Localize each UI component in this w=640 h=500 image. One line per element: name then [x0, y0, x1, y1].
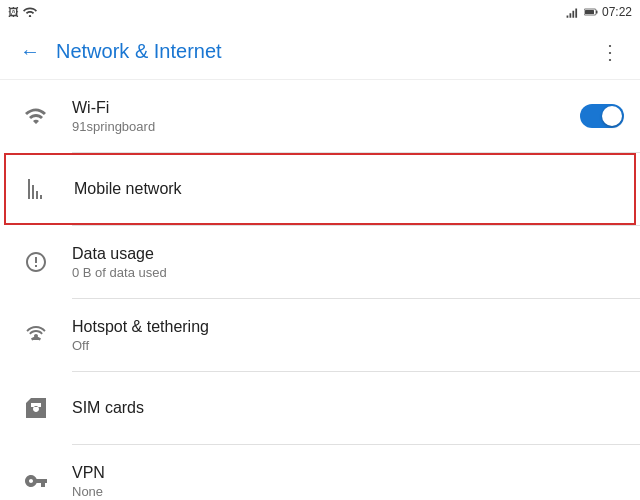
mobile-network-title: Mobile network	[74, 180, 622, 198]
vpn-icon	[16, 461, 56, 500]
hotspot-subtitle: Off	[72, 338, 624, 353]
settings-item-data-usage[interactable]: Data usage 0 B of data used	[0, 226, 640, 298]
settings-list: Wi-Fi 91springboard Mobile network	[0, 80, 640, 500]
svg-rect-2	[596, 11, 598, 14]
wifi-toggle[interactable]	[580, 104, 624, 128]
data-usage-title: Data usage	[72, 245, 624, 263]
vpn-text: VPN None	[72, 464, 624, 499]
sim-title: SIM cards	[72, 399, 624, 417]
sim-icon	[16, 388, 56, 428]
settings-item-mobile-network[interactable]: Mobile network	[4, 153, 636, 225]
battery-icon	[584, 6, 598, 18]
wifi-status-icon	[23, 5, 37, 19]
settings-item-vpn[interactable]: VPN None	[0, 445, 640, 500]
more-options-button[interactable]: ⋮	[596, 36, 624, 68]
sim-text: SIM cards	[72, 399, 624, 417]
svg-rect-3	[585, 10, 594, 14]
wifi-subtitle: 91springboard	[72, 119, 580, 134]
data-usage-subtitle: 0 B of data used	[72, 265, 624, 280]
hotspot-icon	[16, 315, 56, 355]
hotspot-text: Hotspot & tethering Off	[72, 318, 624, 353]
wifi-text: Wi-Fi 91springboard	[72, 99, 580, 134]
mobile-network-text: Mobile network	[74, 180, 622, 198]
page-title: Network & Internet	[56, 40, 584, 63]
back-button[interactable]: ←	[16, 36, 44, 67]
data-usage-icon	[16, 242, 56, 282]
settings-item-hotspot[interactable]: Hotspot & tethering Off	[0, 299, 640, 371]
mobile-network-icon	[18, 169, 58, 209]
wifi-title: Wi-Fi	[72, 99, 580, 117]
hotspot-title: Hotspot & tethering	[72, 318, 624, 336]
clock: 07:22	[602, 5, 632, 19]
settings-item-wifi[interactable]: Wi-Fi 91springboard	[0, 80, 640, 152]
wifi-icon	[16, 96, 56, 136]
photo-icon: 🖼	[8, 6, 19, 18]
data-usage-text: Data usage 0 B of data used	[72, 245, 624, 280]
wifi-toggle-container	[580, 104, 624, 128]
vpn-subtitle: None	[72, 484, 624, 499]
status-bar-right: 07:22	[566, 5, 632, 19]
signal-status-icon	[566, 6, 580, 18]
phone-frame: 🖼 07:22 ← Network & Internet	[0, 0, 640, 500]
svg-point-0	[29, 15, 31, 17]
status-bar-left: 🖼	[8, 5, 37, 19]
status-bar: 🖼 07:22	[0, 0, 640, 24]
top-bar: ← Network & Internet ⋮	[0, 24, 640, 80]
settings-item-sim-cards[interactable]: SIM cards	[0, 372, 640, 444]
wifi-toggle-knob	[602, 106, 622, 126]
vpn-title: VPN	[72, 464, 624, 482]
